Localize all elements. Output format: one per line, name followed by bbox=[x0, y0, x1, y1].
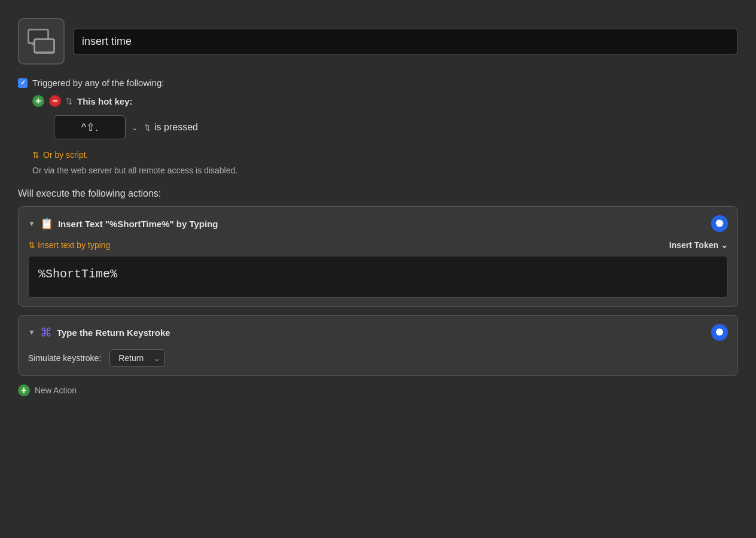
gear-button-insert[interactable] bbox=[711, 215, 728, 232]
triggered-label-row: Triggered by any of the following: bbox=[18, 78, 738, 88]
is-pressed-label: ⇅ is pressed bbox=[144, 122, 198, 133]
triggered-section: Triggered by any of the following: + − ⇅… bbox=[18, 78, 738, 175]
simulate-keystroke-label: Simulate keystroke: bbox=[28, 353, 101, 363]
gear-button-keystroke[interactable] bbox=[711, 324, 728, 341]
triggered-label-text: Triggered by any of the following: bbox=[32, 78, 164, 88]
insert-token-button[interactable]: Insert Token ⌄ bbox=[669, 240, 728, 250]
is-pressed-text: is pressed bbox=[154, 122, 198, 133]
triggered-checkbox[interactable] bbox=[18, 78, 28, 88]
or-script-row[interactable]: ⇅ Or by script. bbox=[32, 150, 738, 160]
action-header-keystroke: ▼ ⌘ Type the Return Keystroke bbox=[28, 324, 728, 341]
new-action-add-button[interactable]: + bbox=[18, 384, 30, 396]
text-content-box[interactable]: %ShortTime% bbox=[28, 256, 728, 298]
new-action-row[interactable]: + New Action bbox=[18, 384, 738, 396]
or-script-label: Or by script. bbox=[43, 150, 88, 160]
keystroke-select[interactable]: Return Tab Escape Space bbox=[109, 349, 165, 367]
new-action-label: New Action bbox=[35, 386, 77, 395]
action-card-keystroke: ▼ ⌘ Type the Return Keystroke Simulate k… bbox=[18, 315, 738, 376]
insert-token-chevron: ⌄ bbox=[721, 240, 728, 250]
action-title-keystroke: Type the Return Keystroke bbox=[57, 328, 706, 338]
insert-text-selector[interactable]: ⇅ Insert text by typing bbox=[28, 240, 110, 250]
is-pressed-updown-icon[interactable]: ⇅ bbox=[144, 123, 151, 132]
collapse-triangle-keystroke[interactable]: ▼ bbox=[28, 328, 35, 337]
app-icon bbox=[18, 18, 65, 65]
add-trigger-button[interactable]: + bbox=[32, 95, 44, 107]
trigger-type-updown-icon[interactable]: ⇅ bbox=[66, 97, 72, 106]
collapse-triangle-insert[interactable]: ▼ bbox=[28, 219, 35, 228]
svg-rect-4 bbox=[35, 40, 53, 51]
hotkey-dropdown-arrow[interactable]: ⌄ bbox=[132, 123, 138, 132]
insert-text-row: ⇅ Insert text by typing Insert Token ⌄ bbox=[28, 240, 728, 250]
insert-text-icon: 📋 bbox=[40, 217, 53, 230]
or-web-text: Or via the web server but all remote acc… bbox=[32, 166, 237, 175]
hotkey-row: + − ⇅ This hot key: bbox=[32, 95, 738, 107]
action-header-insert: ▼ 📋 Insert Text "%ShortTime%" by Typing bbox=[28, 215, 728, 232]
header-row bbox=[18, 18, 738, 65]
keystroke-select-wrapper[interactable]: Return Tab Escape Space bbox=[109, 349, 165, 367]
insert-text-updown-icon: ⇅ bbox=[28, 240, 35, 250]
insert-token-label: Insert Token bbox=[669, 240, 718, 250]
or-script-updown-icon: ⇅ bbox=[32, 150, 39, 160]
or-web-row: Or via the web server but all remote acc… bbox=[32, 166, 738, 175]
keystroke-row: Simulate keystroke: Return Tab Escape Sp… bbox=[28, 349, 728, 367]
remove-trigger-button[interactable]: − bbox=[49, 95, 61, 107]
action-title-insert: Insert Text "%ShortTime%" by Typing bbox=[58, 219, 706, 229]
execute-label: Will execute the following actions: bbox=[18, 188, 738, 199]
action-card-insert-text: ▼ 📋 Insert Text "%ShortTime%" by Typing … bbox=[18, 206, 738, 307]
insert-text-selector-label: Insert text by typing bbox=[38, 240, 110, 250]
hotkey-label: This hot key: bbox=[77, 96, 133, 106]
hotkey-combo-box[interactable]: ^⇧. bbox=[54, 115, 126, 139]
hotkey-combo-row: ^⇧. ⌄ ⇅ is pressed bbox=[54, 115, 738, 139]
command-icon: ⌘ bbox=[40, 325, 52, 340]
macro-title-input[interactable] bbox=[73, 29, 738, 54]
